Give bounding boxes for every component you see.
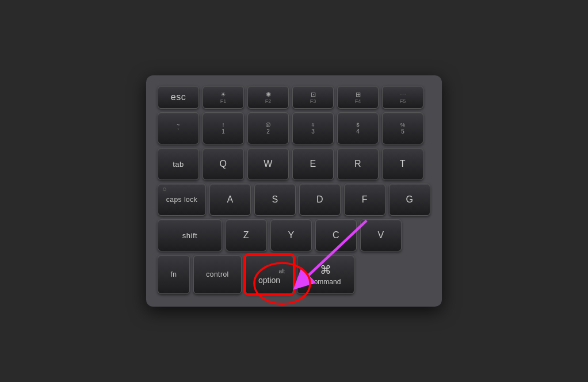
s-key[interactable]: S <box>254 184 296 216</box>
caps-label: caps lock <box>166 196 198 204</box>
f5-key[interactable]: ⋯ F5 <box>382 86 423 109</box>
key-1-bottom: 1 <box>222 128 225 135</box>
alt-label: alt <box>278 268 285 274</box>
shift-label: shift <box>182 231 197 240</box>
v-key[interactable]: V <box>360 219 402 251</box>
t-label: T <box>400 159 406 169</box>
number-row: ~ ` ! 1 @ 2 # 3 <box>158 112 430 144</box>
f2-icon: ✺ <box>266 91 271 98</box>
d-label: D <box>316 194 323 205</box>
key-4-bottom: 4 <box>356 128 360 135</box>
fn-key[interactable]: fn <box>158 255 190 294</box>
f4-icon: ⊞ <box>356 91 361 98</box>
key-1-top: ! <box>223 122 224 128</box>
y-key[interactable]: Y <box>270 219 312 251</box>
backtick-bottom: ` <box>177 128 179 135</box>
qwerty-row: tab Q W E R T <box>158 148 430 180</box>
key-5-top: % <box>400 122 405 128</box>
e-key[interactable]: E <box>292 148 334 180</box>
option-key[interactable]: alt option <box>245 255 293 294</box>
f3-label: F3 <box>310 98 316 104</box>
caps-indicator <box>163 188 166 191</box>
f4-label: F4 <box>355 98 361 104</box>
g-label: G <box>406 194 414 205</box>
d-key[interactable]: D <box>299 184 341 216</box>
zxcv-row: shift Z Y C V <box>158 219 430 251</box>
f2-label: F2 <box>265 98 272 104</box>
key-2-bottom: 2 <box>266 128 270 135</box>
control-label: control <box>206 270 229 278</box>
s-label: S <box>272 194 278 205</box>
f3-icon: ⊡ <box>311 91 316 98</box>
key-3-top: # <box>311 122 314 128</box>
f1-key[interactable]: ☀ F1 <box>203 86 244 109</box>
command-label: command <box>311 278 341 286</box>
f4-key[interactable]: ⊞ F4 <box>337 86 379 109</box>
caps-lock-key[interactable]: caps lock <box>158 184 206 216</box>
e-label: E <box>310 159 316 169</box>
c-label: C <box>333 230 339 240</box>
t-key[interactable]: T <box>382 148 423 180</box>
z-label: Z <box>243 230 249 240</box>
fn-label: fn <box>170 270 177 278</box>
backtick-key[interactable]: ~ ` <box>158 112 199 144</box>
key-3[interactable]: # 3 <box>292 112 334 144</box>
bottom-row: fn control alt option ⌘ command <box>158 255 430 294</box>
key-4[interactable]: $ 4 <box>337 112 379 144</box>
w-key[interactable]: W <box>247 148 289 180</box>
option-label: option <box>258 276 280 285</box>
f-key[interactable]: F <box>344 184 385 216</box>
y-label: Y <box>288 230 294 240</box>
function-row: esc ☀ F1 ✺ F2 ⊡ F3 <box>158 86 430 109</box>
q-key[interactable]: Q <box>203 148 244 180</box>
key-5[interactable]: % 5 <box>382 112 423 144</box>
f5-label: F5 <box>400 98 406 104</box>
command-symbol: ⌘ <box>320 263 331 277</box>
v-label: V <box>377 230 384 240</box>
tab-key[interactable]: tab <box>158 148 199 180</box>
esc-key[interactable]: esc <box>158 86 199 109</box>
f1-icon: ☀ <box>220 91 226 98</box>
f3-key[interactable]: ⊡ F3 <box>292 86 334 109</box>
key-3-bottom: 3 <box>311 128 315 135</box>
control-key[interactable]: control <box>193 255 242 294</box>
keyboard-wrapper: esc ☀ F1 ✺ F2 ⊡ F3 <box>146 75 442 307</box>
backtick-top: ~ <box>177 122 180 128</box>
r-key[interactable]: R <box>337 148 379 180</box>
g-key[interactable]: G <box>389 184 430 216</box>
keyboard: esc ☀ F1 ✺ F2 ⊡ F3 <box>146 75 442 307</box>
f5-icon: ⋯ <box>400 91 406 98</box>
f1-label: F1 <box>220 98 227 104</box>
a-key[interactable]: A <box>209 184 251 216</box>
key-2-top: @ <box>265 122 270 128</box>
z-key[interactable]: Z <box>226 219 267 251</box>
tab-label: tab <box>173 160 184 169</box>
key-4-top: $ <box>356 122 359 128</box>
key-2[interactable]: @ 2 <box>247 112 289 144</box>
key-5-bottom: 5 <box>401 128 404 135</box>
command-key[interactable]: ⌘ command <box>297 255 354 294</box>
a-label: A <box>227 194 233 205</box>
f-label: F <box>362 194 368 205</box>
q-label: Q <box>220 159 227 169</box>
asdf-row: caps lock A S D F G <box>158 184 430 216</box>
shift-key[interactable]: shift <box>158 219 222 251</box>
c-key[interactable]: C <box>315 219 357 251</box>
f2-key[interactable]: ✺ F2 <box>247 86 289 109</box>
key-1[interactable]: ! 1 <box>203 112 244 144</box>
esc-label: esc <box>171 92 186 102</box>
r-label: R <box>354 159 361 169</box>
w-label: W <box>264 159 273 169</box>
